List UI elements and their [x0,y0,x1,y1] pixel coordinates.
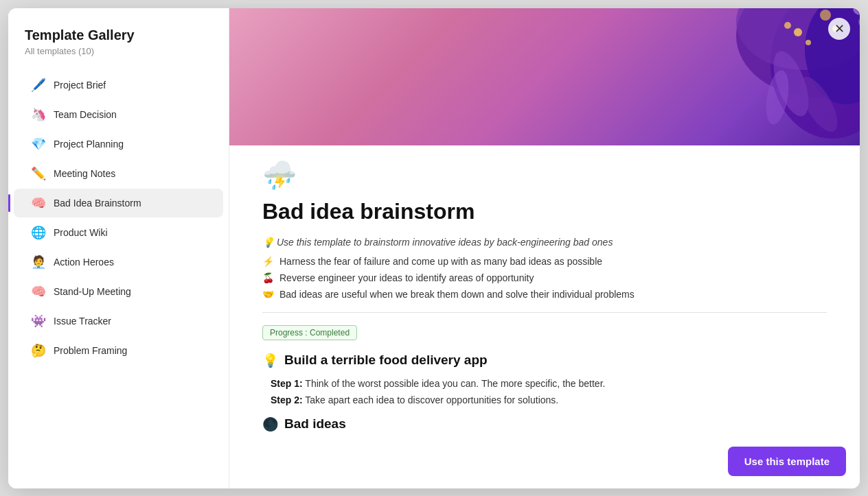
meeting-notes-label: Meeting Notes [54,168,115,179]
sidebar: Template Gallery All templates (10) 🖊️ P… [8,8,229,488]
sidebar-item-meeting-notes[interactable]: ✏️ Meeting Notes [14,159,223,188]
bad-ideas-title: Bad ideas [284,416,346,432]
section-icon: 💡 [262,353,279,368]
bad-ideas-heading: 🌑 Bad ideas [262,416,827,432]
bullet-icon-0: ⚡ [262,256,274,267]
bullet-text-1: Reverse engineer your ideas to identify … [279,272,534,283]
description-text: 💡 Use this template to brainstorm innova… [262,237,613,248]
section-heading: 💡 Build a terrible food delivery app [262,353,827,368]
product-wiki-icon: 🌐 [30,225,47,240]
close-button[interactable]: ✕ [828,18,850,40]
bullet-row-2: 🤝 Bad ideas are useful when we break the… [262,289,827,300]
svg-point-8 [806,40,811,45]
product-wiki-label: Product Wiki [54,227,108,238]
bullet-text-2: Bad ideas are useful when we break them … [279,289,635,300]
problem-framing-label: Problem Framing [54,345,127,356]
action-heroes-label: Action Heroes [54,257,114,268]
project-planning-icon: 💎 [30,137,47,152]
divider [262,312,827,313]
description-row: 💡 Use this template to brainstorm innova… [262,237,827,248]
bad-idea-brainstorm-label: Bad Idea Brainstorm [54,198,141,209]
standup-meeting-label: Stand-Up Meeting [54,286,131,297]
project-planning-label: Project Planning [54,139,124,150]
sidebar-item-project-planning[interactable]: 💎 Project Planning [14,130,223,158]
use-template-button[interactable]: Use this template [728,447,846,476]
sidebar-item-project-brief[interactable]: 🖊️ Project Brief [14,71,223,99]
action-heroes-icon: 🧑‍💼 [30,255,47,270]
standup-meeting-icon: 🧠 [30,284,47,299]
bullet-row-1: 🍒 Reverse engineer your ideas to identif… [262,272,827,283]
sidebar-item-standup-meeting[interactable]: 🧠 Stand-Up Meeting [14,277,223,306]
svg-point-7 [794,28,802,36]
bullet-text-0: Harness the fear of failure and come up … [279,256,602,267]
problem-framing-icon: 🤔 [30,343,47,358]
section-title: Build a terrible food delivery app [284,353,488,368]
sidebar-item-team-decision[interactable]: 🦄 Team Decision [14,100,223,129]
sidebar-subtitle: All templates (10) [8,46,229,70]
sidebar-item-issue-tracker[interactable]: 👾 Issue Tracker [14,307,223,335]
progress-badge: Progress : Completed [262,325,357,340]
step2-label: Step 2: [271,394,303,405]
bad-idea-brainstorm-icon: 🧠 [30,196,47,211]
hero-image [229,8,860,145]
step1-row: Step 1: Think of the worst possible idea… [262,378,827,389]
content-body: ⛈️ Bad idea brainstorm 💡 Use this templa… [229,145,860,488]
team-decision-label: Team Decision [54,109,117,120]
template-title: Bad idea brainstorm [262,198,827,224]
bad-ideas-icon: 🌑 [262,416,279,432]
main-content: ✕ ⛈️ [229,8,860,488]
sidebar-item-action-heroes[interactable]: 🧑‍💼 Action Heroes [14,248,223,276]
team-decision-icon: 🦄 [30,107,47,122]
issue-tracker-icon: 👾 [30,314,47,329]
svg-point-10 [820,10,831,21]
meeting-notes-icon: ✏️ [30,166,47,181]
project-brief-icon: 🖊️ [30,78,47,93]
svg-point-9 [784,22,791,29]
step2-row: Step 2: Take apart each idea to discover… [262,394,827,405]
bullet-row-0: ⚡ Harness the fear of failure and come u… [262,256,827,267]
issue-tracker-label: Issue Tracker [54,316,111,327]
sidebar-item-problem-framing[interactable]: 🤔 Problem Framing [14,336,223,365]
modal-overlay: Template Gallery All templates (10) 🖊️ P… [8,8,860,488]
project-brief-label: Project Brief [54,80,106,91]
sidebar-title: Template Gallery [8,27,229,46]
template-icon: ⛈️ [262,159,827,191]
bullet-icon-1: 🍒 [262,272,274,283]
bullet-icon-2: 🤝 [262,289,274,300]
sidebar-item-bad-idea-brainstorm[interactable]: 🧠 Bad Idea Brainstorm [14,189,223,217]
step1-label: Step 1: [271,378,303,389]
sidebar-item-product-wiki[interactable]: 🌐 Product Wiki [14,218,223,247]
